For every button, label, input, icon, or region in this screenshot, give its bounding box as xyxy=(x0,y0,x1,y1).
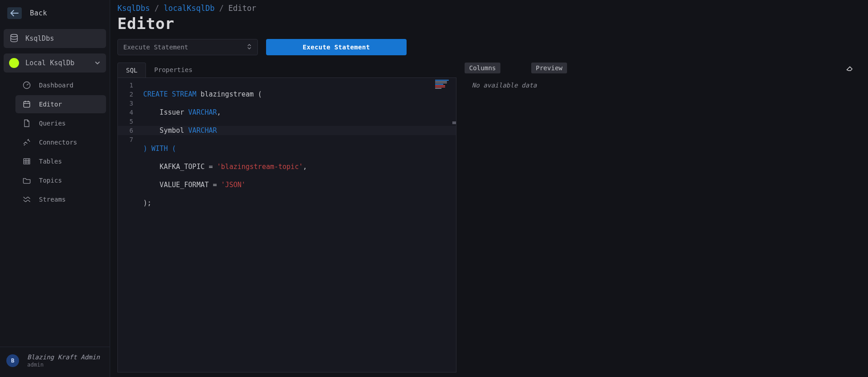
sidebar-item-streams[interactable]: Streams xyxy=(15,190,106,208)
line-number: 3 xyxy=(118,99,133,108)
folder-icon xyxy=(22,176,32,185)
arrow-left-icon xyxy=(10,10,19,16)
breadcrumb-current: Editor xyxy=(228,4,256,13)
avatar[interactable]: B xyxy=(6,354,19,367)
tok: , xyxy=(303,163,307,171)
sidebar-item-topics[interactable]: Topics xyxy=(15,171,106,189)
statement-type-select[interactable]: Execute Statement xyxy=(117,39,258,55)
calendar-icon xyxy=(22,100,32,109)
tok: VARCHAR xyxy=(188,108,217,116)
results-head: Columns Preview xyxy=(465,63,854,80)
avatar-initial: B xyxy=(11,358,14,364)
nav-ksqldbs[interactable]: KsqlDbs xyxy=(4,29,106,48)
tok: CREATE xyxy=(143,90,168,98)
tok: ); xyxy=(143,199,151,207)
stream-icon xyxy=(22,195,32,204)
workspace: SQL Properties 1 2 3 4 5 6 7 CREATE STRE… xyxy=(117,63,854,372)
tok: WITH xyxy=(147,145,172,153)
tab-label: Properties xyxy=(154,66,192,73)
footer-role: admin xyxy=(27,362,100,368)
breadcrumb-localksqldb[interactable]: localKsqlDb xyxy=(164,4,215,13)
back-button[interactable] xyxy=(7,7,22,19)
tok: 'blazingstream-topic' xyxy=(217,163,303,171)
sidebar-item-editor[interactable]: Editor xyxy=(15,95,106,113)
tok: , xyxy=(217,108,221,116)
sidebar-item-tables[interactable]: Tables xyxy=(15,152,106,170)
tab-label: SQL xyxy=(126,67,137,74)
back-label: Back xyxy=(30,9,47,17)
status-dot-icon xyxy=(9,58,19,68)
table-icon xyxy=(22,157,32,166)
code-content: CREATE STREAM blazingstream ( Issuer VAR… xyxy=(143,81,453,226)
chevron-down-icon xyxy=(94,60,101,66)
line-number: 2 xyxy=(118,90,133,99)
eraser-icon[interactable] xyxy=(845,63,854,73)
main: KsqlDbs / localKsqlDb / Editor Editor Ex… xyxy=(110,0,868,377)
line-gutter: 1 2 3 4 5 6 7 xyxy=(118,78,138,372)
tok: Issuer xyxy=(143,108,188,116)
results-pane: Columns Preview No available data xyxy=(465,63,854,372)
preview-badge[interactable]: Preview xyxy=(531,63,567,73)
sidebar-item-label: Tables xyxy=(39,158,62,165)
editor-pane: SQL Properties 1 2 3 4 5 6 7 CREATE STRE… xyxy=(117,63,456,372)
breadcrumb-ksqldbs[interactable]: KsqlDbs xyxy=(117,4,150,13)
sidebar: Back KsqlDbs Local KsqlDb Dashboard Edit… xyxy=(0,0,110,377)
sidebar-item-label: Connectors xyxy=(39,139,77,146)
sidebar-item-dashboard[interactable]: Dashboard xyxy=(15,76,106,94)
code-editor[interactable]: 1 2 3 4 5 6 7 CREATE STREAM blazingstrea… xyxy=(117,77,456,372)
svg-rect-3 xyxy=(24,159,29,164)
editor-tabs: SQL Properties xyxy=(117,63,456,77)
breadcrumb-sep: / xyxy=(155,4,159,13)
breadcrumb-sep: / xyxy=(219,4,224,13)
sidebar-item-label: Editor xyxy=(39,101,62,108)
sidebar-item-label: Topics xyxy=(39,177,62,184)
tok: ( xyxy=(172,145,176,153)
select-label: Execute Statement xyxy=(123,44,188,51)
overview-ruler[interactable] xyxy=(452,78,456,372)
tok: 'JSON' xyxy=(221,181,246,189)
sql-file-icon xyxy=(22,119,32,128)
execute-button-label: Execute Statement xyxy=(303,44,370,51)
sidebar-item-label: Queries xyxy=(39,120,66,127)
sidebar-footer: B Blazing Kraft Admin admin xyxy=(0,347,110,377)
footer-name: Blazing Kraft Admin xyxy=(27,353,100,361)
tok: STREAM xyxy=(172,90,196,98)
tok: KAFKA_TOPIC = xyxy=(143,163,217,171)
breadcrumb: KsqlDbs / localKsqlDb / Editor xyxy=(117,4,854,13)
tab-properties[interactable]: Properties xyxy=(146,63,200,77)
svg-rect-2 xyxy=(24,102,29,107)
nav-cluster-label: Local KsqlDb xyxy=(25,59,74,67)
sidebar-item-label: Streams xyxy=(39,196,66,203)
line-number: 6 xyxy=(118,126,133,135)
columns-badge[interactable]: Columns xyxy=(465,63,500,73)
gauge-icon xyxy=(22,81,32,90)
minimap[interactable] xyxy=(435,80,453,89)
sidebar-item-label: Dashboard xyxy=(39,82,73,89)
no-data-message: No available data xyxy=(465,80,854,89)
select-caret-icon xyxy=(247,43,252,52)
line-number: 1 xyxy=(118,81,133,90)
page-title: Editor xyxy=(117,14,854,33)
line-number: 5 xyxy=(118,117,133,126)
database-icon xyxy=(9,34,19,44)
tok: Symbol xyxy=(143,126,188,135)
sidebar-item-queries[interactable]: Queries xyxy=(15,114,106,132)
footer-text: Blazing Kraft Admin admin xyxy=(27,353,100,368)
tok: blazingstream ( xyxy=(196,90,262,98)
toolbar: Execute Statement Execute Statement xyxy=(117,39,854,55)
line-number: 4 xyxy=(118,108,133,117)
plug-icon xyxy=(22,138,32,147)
tok: VARCHAR xyxy=(188,126,217,135)
tok: ) xyxy=(143,145,147,153)
sub-nav: Dashboard Editor Queries Connectors Tabl… xyxy=(15,75,110,209)
nav-cluster[interactable]: Local KsqlDb xyxy=(4,53,106,72)
tab-sql[interactable]: SQL xyxy=(117,63,146,77)
tok: VALUE_FORMAT = xyxy=(143,181,221,189)
overview-mark xyxy=(452,121,456,124)
line-number: 7 xyxy=(118,135,133,144)
sidebar-item-connectors[interactable]: Connectors xyxy=(15,133,106,151)
svg-point-0 xyxy=(11,34,18,37)
execute-statement-button[interactable]: Execute Statement xyxy=(266,39,407,55)
back-row: Back xyxy=(0,0,110,26)
nav-ksqldbs-label: KsqlDbs xyxy=(25,34,54,43)
